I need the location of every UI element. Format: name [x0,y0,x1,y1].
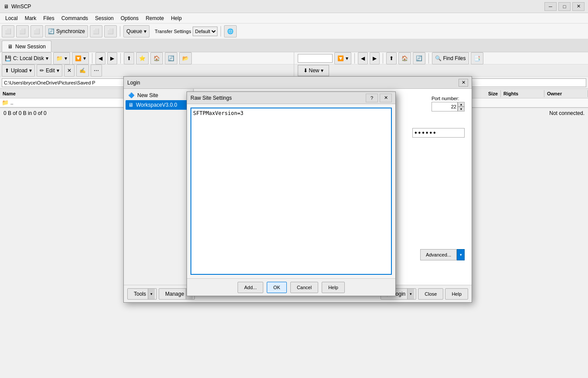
manage-label: Manage [165,291,184,297]
raw-settings-textarea[interactable]: SFTPMaxVersion=3 [190,108,392,275]
raw-help-button[interactable]: Help [322,282,345,293]
close-button[interactable]: Close [418,288,443,300]
new-site-icon: 🔷 [128,92,135,98]
login-sidebar: 🔷 New Site 🖥 WorkspaceV3.0.0 [124,89,194,285]
port-spin-up[interactable]: ▲ [458,102,465,107]
workspace-icon: 🖥 [128,102,133,108]
login-dialog-close[interactable]: ✕ [459,79,468,87]
raw-dialog-title: Raw Site Settings [190,95,232,101]
port-spinners: ▲ ▼ [458,102,465,111]
help-button[interactable]: Help [445,288,468,300]
raw-dialog-close[interactable]: ✕ [380,94,392,102]
ok-button[interactable]: OK [267,282,287,293]
advanced-section: Advanced... ▾ [420,249,465,260]
tools-dropdown-icon[interactable]: ▾ [148,289,155,299]
tools-button[interactable]: Tools ▾ [127,288,157,300]
site-item-new[interactable]: 🔷 New Site [126,91,191,100]
advanced-dropdown-icon[interactable]: ▾ [457,249,465,260]
advanced-button[interactable]: Advanced... [420,249,457,260]
port-input[interactable] [432,102,458,111]
add-button[interactable]: Add... [238,282,263,293]
footer-left-btns: Tools ▾ Manage ▾ [127,288,195,300]
dialog-overlay: Login ✕ 🔷 New Site 🖥 WorkspaceV3.0.0 Por… [0,0,588,378]
password-section [412,128,465,138]
password-input[interactable] [412,128,465,138]
raw-site-settings-dialog: Raw Site Settings ? ✕ SFTPMaxVersion=3 A… [187,91,396,296]
port-section: Port number: ▲ ▼ [432,96,465,111]
site-item-workspace[interactable]: 🖥 WorkspaceV3.0.0 [126,100,191,110]
login-dialog-title: Login [127,80,140,86]
workspace-label: WorkspaceV3.0.0 [136,102,177,108]
port-input-wrap: ▲ ▼ [432,102,465,111]
cancel-button[interactable]: Cancel [290,282,318,293]
raw-dialog-footer: Add... OK Cancel Help [187,278,395,296]
login-dialog-titlebar: Login ✕ [124,77,472,89]
login-dropdown-icon[interactable]: ▾ [407,289,414,299]
tools-label: Tools [134,291,146,297]
raw-dialog-help-icon[interactable]: ? [366,94,378,102]
raw-dialog-titlebar: Raw Site Settings ? ✕ [187,92,395,104]
raw-dialog-body: SFTPMaxVersion=3 [187,104,395,278]
new-site-label: New Site [137,92,158,98]
port-label: Port number: [432,96,465,101]
port-spin-down[interactable]: ▼ [458,107,465,111]
